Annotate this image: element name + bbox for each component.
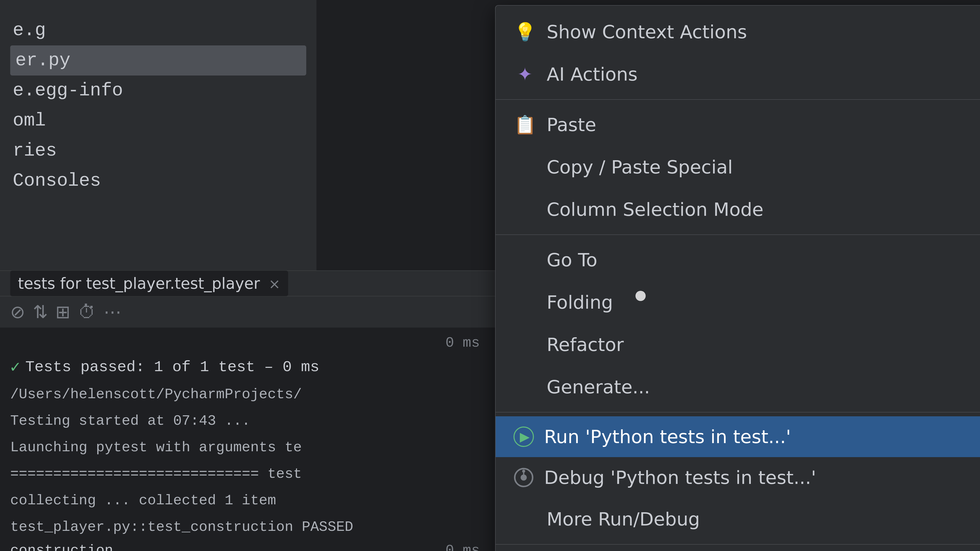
menu-item-generate[interactable]: Generate... ⌘N	[496, 366, 980, 408]
test-pass-text: Tests passed: 1 of 1 test – 0 ms	[25, 359, 319, 376]
panel-tabs: tests for test_player.test_player ×	[0, 271, 500, 297]
menu-item-run-python-tests[interactable]: ▶ Run 'Python tests in test...' ^⇧R	[496, 416, 980, 457]
menu-item-label: Go To	[547, 249, 980, 271]
history-icon[interactable]: ⏱	[78, 302, 96, 322]
menu-item-column-selection[interactable]: Column Selection Mode ⇧⌘8	[496, 188, 980, 230]
menu-item-folding[interactable]: Folding ›	[496, 281, 980, 324]
menu-item-copy-paste-special[interactable]: Copy / Paste Special ›	[496, 146, 980, 188]
file-tree-item[interactable]: e.egg-info	[10, 76, 306, 106]
menu-item-label: Copy / Paste Special	[547, 156, 980, 178]
menu-item-label: AI Actions	[547, 64, 980, 85]
row-label-construction: construction	[10, 542, 113, 551]
menu-item-label: Show Context Actions	[547, 21, 980, 43]
svg-point-2	[522, 470, 525, 473]
paste-icon: 📋	[514, 113, 536, 136]
lightbulb-icon: 💡	[514, 21, 536, 43]
menu-item-label: Generate...	[547, 376, 980, 398]
menu-item-label: Refactor	[547, 334, 980, 355]
context-menu: 💡 Show Context Actions ⌥↩ ✦ AI Actions ›…	[495, 5, 980, 551]
menu-item-show-context-actions[interactable]: 💡 Show Context Actions ⌥↩	[496, 11, 980, 53]
copy-icon	[514, 156, 536, 179]
folding-icon	[514, 291, 536, 314]
menu-item-label: Run 'Python tests in test...'	[544, 426, 980, 448]
menu-item-label: Column Selection Mode	[547, 199, 980, 220]
panel-toolbar: ⊘ ⇅ ⊞ ⏱ ⋯	[0, 297, 500, 327]
sort-icon[interactable]: ⇅	[33, 302, 48, 322]
bottom-panel: tests for test_player.test_player × ⊘ ⇅ …	[0, 270, 500, 551]
menu-item-open-in[interactable]: Open In ›	[496, 548, 980, 551]
panel-tab-close[interactable]: ×	[269, 276, 280, 292]
menu-item-label: Debug 'Python tests in test...'	[544, 467, 980, 488]
stop-icon[interactable]: ⊘	[10, 302, 25, 322]
menu-separator-2	[496, 234, 980, 235]
tree-icon[interactable]: ⊞	[56, 302, 70, 322]
console-line-launching: Launching pytest with arguments te	[10, 434, 490, 461]
menu-item-go-to[interactable]: Go To ›	[496, 239, 980, 281]
row-time-construction: 0 ms	[445, 542, 490, 551]
menu-separator-4	[496, 544, 980, 545]
menu-item-label: Paste	[547, 114, 980, 135]
play-triangle-icon: ▶	[520, 429, 530, 444]
console-path: /Users/helenscott/PycharmProjects/	[10, 381, 490, 408]
menu-item-more-run-debug[interactable]: More Run/Debug ›	[496, 498, 980, 540]
panel-tab-label: tests for test_player.test_player	[18, 275, 260, 292]
menu-item-label: Folding	[547, 292, 980, 313]
debug-icon	[514, 467, 534, 488]
menu-item-paste[interactable]: 📋 Paste ⌘V	[496, 103, 980, 146]
console-line-result: test_player.py::test_construction PASSED	[10, 514, 490, 540]
panel-row-construction: construction 0 ms	[10, 540, 490, 551]
menu-item-refactor[interactable]: Refactor ›	[496, 324, 980, 366]
panel-tab-active[interactable]: tests for test_player.test_player ×	[10, 271, 288, 296]
svg-point-1	[520, 475, 527, 481]
console-line-collecting: collecting ... collected 1 item	[10, 487, 490, 514]
menu-separator-3	[496, 412, 980, 413]
generate-icon	[514, 375, 536, 399]
goto-icon	[514, 248, 536, 272]
row-time: 0 ms	[445, 335, 490, 351]
menu-item-label: More Run/Debug	[547, 508, 980, 530]
panel-row: 0 ms	[10, 333, 490, 353]
column-icon	[514, 198, 536, 221]
console-line-separator: ============================= test	[10, 461, 490, 487]
run-icon: ▶	[514, 427, 534, 447]
menu-separator-1	[496, 99, 980, 100]
check-icon: ✓	[10, 357, 20, 377]
test-pass-line: ✓ Tests passed: 1 of 1 test – 0 ms	[10, 353, 490, 381]
panel-content: 0 ms ✓ Tests passed: 1 of 1 test – 0 ms …	[0, 327, 500, 551]
more-icon[interactable]: ⋯	[103, 302, 121, 322]
file-tree-item[interactable]: e.g	[10, 15, 306, 45]
ai-icon: ✦	[514, 63, 536, 86]
file-tree-item[interactable]: oml	[10, 106, 306, 136]
refactor-icon	[514, 333, 536, 356]
console-line-testing: Testing started at 07:43 ...	[10, 408, 490, 434]
menu-item-debug-python-tests[interactable]: Debug 'Python tests in test...' ^⇧D	[496, 457, 980, 498]
menu-item-ai-actions[interactable]: ✦ AI Actions ›	[496, 53, 980, 95]
file-tree-item[interactable]: Consoles	[10, 166, 306, 196]
more-run-icon	[514, 508, 536, 530]
file-tree-item[interactable]: ries	[10, 136, 306, 166]
file-tree-item-selected[interactable]: er.py	[10, 45, 306, 76]
